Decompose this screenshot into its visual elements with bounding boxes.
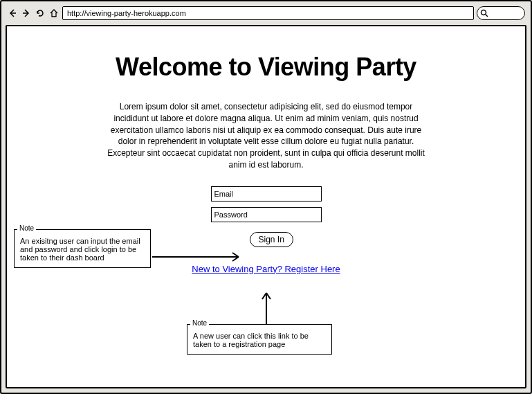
signin-button[interactable]: Sign In: [250, 232, 293, 247]
note-label: Note: [17, 224, 36, 232]
home-button[interactable]: [48, 8, 59, 19]
email-placeholder: Email: [214, 190, 234, 198]
home-icon: [49, 8, 59, 18]
email-field[interactable]: Email: [211, 186, 322, 202]
page-title: Welcome to Viewing Party: [7, 53, 525, 82]
note-register-text: A new user can click this link to be tak…: [193, 332, 309, 348]
arrow-icon: [152, 250, 249, 264]
page-description: Lorem ipsum dolor sit amet, consectetur …: [107, 101, 425, 171]
arrow-to-signin: [152, 250, 249, 267]
note-login: Note An exisitng user can input the emai…: [14, 229, 151, 268]
arrow-right-icon: [21, 8, 31, 18]
password-placeholder: Password: [214, 211, 248, 219]
reload-icon: [35, 8, 45, 18]
browser-toolbar: http://viewing-party-herokuapp.com: [1, 1, 531, 25]
arrow-up-icon: [259, 289, 273, 324]
browser-window: http://viewing-party-herokuapp.com Welco…: [0, 0, 532, 394]
url-bar[interactable]: http://viewing-party-herokuapp.com: [62, 6, 474, 20]
note-register: Note A new user can click this link to b…: [187, 324, 332, 355]
url-text: http://viewing-party-herokuapp.com: [67, 9, 186, 17]
svg-point-0: [481, 10, 486, 15]
reload-button[interactable]: [35, 8, 46, 19]
password-field[interactable]: Password: [211, 207, 322, 222]
arrow-left-icon: [8, 8, 17, 18]
signin-label: Sign In: [259, 235, 284, 244]
search-icon: [480, 9, 488, 17]
login-form: Email Password Sign In: [211, 186, 322, 247]
arrow-to-register: [259, 289, 273, 327]
note-label-2: Note: [190, 319, 209, 327]
page-viewport: Welcome to Viewing Party Lorem ipsum dol…: [6, 25, 526, 388]
note-login-text: An exisitng user can input the email and…: [20, 237, 140, 262]
forward-button[interactable]: [21, 8, 32, 19]
search-box[interactable]: [477, 6, 525, 20]
back-button[interactable]: [7, 8, 18, 19]
